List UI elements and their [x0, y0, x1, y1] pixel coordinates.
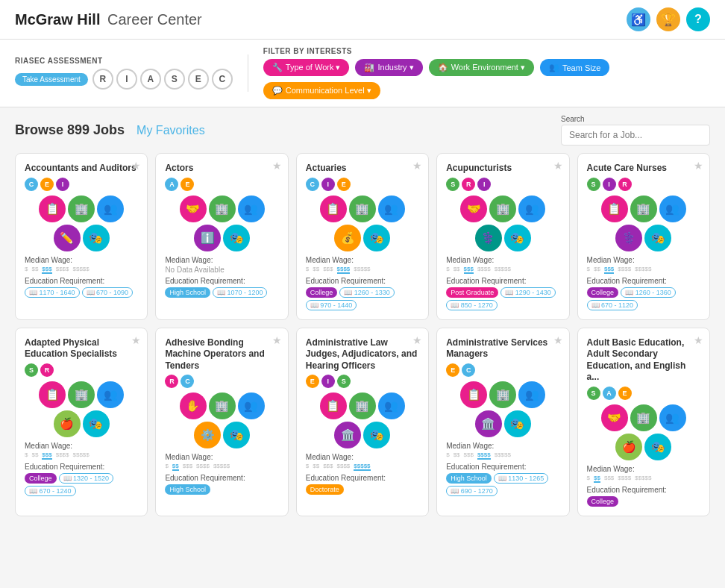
edu-range-1: 📖 1290 - 1430 [500, 287, 556, 298]
wage-label: Median Wage: [446, 442, 559, 450]
browse-title: Browse 899 Jobs [15, 122, 125, 138]
icon-circles: 🤝 🏢 👥 ⚕️ 🎭 [446, 196, 559, 251]
industry-label: Industry ▾ [377, 63, 413, 72]
card-star[interactable]: ★ [272, 334, 282, 346]
wage-5: $$$$$ [354, 266, 370, 272]
wage-5: $$$$$ [73, 451, 90, 458]
help-icon[interactable]: ? [686, 7, 710, 31]
card-star[interactable]: ★ [272, 160, 282, 172]
header: McGraw Hill Career Center ♿ 🏆 ? [0, 0, 725, 40]
riasec-c[interactable]: C [212, 69, 233, 90]
wage-label: Median Wage: [25, 256, 138, 264]
type-of-work-filter[interactable]: 🔧 Type of Work ▾ [263, 59, 350, 76]
card-star[interactable]: ★ [694, 160, 703, 172]
filter-interests-label: FILTER BY INTERESTS [263, 47, 710, 55]
edu-label: Education Requirement: [446, 463, 559, 471]
icon-circles: 🤝 🏢 👥 ℹ️ 🎭 [165, 196, 278, 251]
edu-college: College [587, 287, 619, 298]
edu-college: College [306, 287, 338, 298]
code-c: C [181, 375, 194, 388]
wage-label: Median Wage: [165, 453, 278, 461]
riasec-section: RIASEC ASSESSMENT Take Assessment R I A … [15, 57, 233, 90]
brand-logo: McGraw Hill Career Center [15, 11, 202, 28]
riasec-label: RIASEC ASSESSMENT [15, 57, 233, 65]
wage-4: $$$$ [618, 266, 631, 272]
wage-3: $$$ [464, 451, 474, 458]
wage-2: $$ [313, 266, 319, 272]
my-favorites-link[interactable]: My Favorites [136, 124, 205, 137]
edu-highschool: High School [165, 484, 210, 495]
wage-1: $ [25, 451, 28, 458]
wage-4: $$$$ [196, 463, 210, 469]
riasec-a[interactable]: A [140, 69, 161, 90]
riasec-r[interactable]: R [92, 69, 113, 90]
card-codes: C E I [25, 178, 138, 191]
wage-2: $$ [594, 475, 600, 483]
wage-3: $$$ [323, 266, 333, 272]
edu-range-1: 📖 1130 - 1265 [494, 473, 549, 484]
industry-filter[interactable]: 🏭 Industry ▾ [355, 59, 422, 76]
code-r: R [462, 178, 475, 191]
card-adapted-pe: ★ Adapted Physical Education Specialists… [15, 328, 148, 516]
code-e: E [337, 178, 351, 191]
card-accountants: ★ Accountants and Auditors C E I 📋 🏢 👥 ✏… [15, 153, 148, 320]
card-star[interactable]: ★ [131, 160, 141, 172]
search-label: Search [561, 115, 710, 123]
icon-circles: 📋 🏢 👥 💰 🎭 [306, 196, 419, 251]
filter-interests: FILTER BY INTERESTS 🔧 Type of Work ▾ 🏭 I… [263, 47, 710, 99]
code-i: I [321, 375, 335, 388]
code-s: S [587, 387, 600, 400]
accessibility-icon[interactable]: ♿ [627, 7, 650, 31]
icon-circles: 🤝 🏢 👥 🍎 🎭 [587, 404, 700, 460]
code-i: I [603, 178, 616, 191]
communication-level-filter[interactable]: 💬 Communication Level ▾ [263, 82, 380, 99]
wage-2: $$ [453, 266, 460, 272]
wage-3: $$$ [464, 266, 474, 274]
code-s: S [587, 178, 600, 191]
card-star[interactable]: ★ [131, 334, 141, 346]
card-acute-care-nurses: ★ Acute Care Nurses S I R 📋 🏢 👥 ⚕️ 🎭 Med… [577, 153, 710, 320]
code-e: E [40, 178, 54, 191]
wage-2: $$ [313, 463, 319, 469]
wage-5: $$$$$ [635, 475, 651, 481]
card-admin-services: ★ Administrative Services Managers E C 📋… [436, 328, 569, 516]
card-star[interactable]: ★ [412, 160, 422, 172]
code-a: A [603, 387, 616, 400]
code-a: A [165, 178, 178, 191]
edu-postgrad: Post Graduate [446, 287, 498, 298]
work-environment-filter[interactable]: 🏠 Work Environment ▾ [429, 59, 534, 76]
take-assessment-button[interactable]: Take Assessment [15, 73, 88, 86]
wage-2: $$ [31, 266, 38, 272]
edu-range: 📖 1070 - 1200 [213, 287, 268, 298]
communication-level-label: Communication Level ▾ [286, 86, 371, 96]
riasec-e[interactable]: E [188, 69, 209, 90]
wage-4: $$$$ [477, 266, 491, 272]
card-star[interactable]: ★ [553, 334, 563, 346]
code-c: C [462, 363, 475, 377]
search-input[interactable] [561, 125, 710, 146]
edu-college: College [587, 496, 619, 507]
code-s: S [446, 178, 459, 191]
team-size-filter[interactable]: 👥 Team Size [540, 59, 609, 76]
wage-4: $$$$ [618, 475, 631, 481]
trophy-icon[interactable]: 🏆 [656, 7, 680, 31]
wage-5: $$$$$ [354, 463, 370, 471]
card-star[interactable]: ★ [412, 334, 422, 346]
card-star[interactable]: ★ [553, 160, 563, 172]
team-icon: 👥 [549, 63, 559, 72]
edu-label: Education Requirement: [446, 277, 559, 285]
riasec-i[interactable]: I [116, 69, 137, 90]
environment-icon: 🏠 [438, 63, 448, 72]
icon-circles: 📋 🏢 👥 🏛️ 🎭 [306, 392, 419, 448]
wage-5: $$$$$ [213, 463, 230, 469]
riasec-s[interactable]: S [164, 69, 185, 90]
code-r: R [618, 178, 632, 191]
card-title: Acute Care Nurses [587, 163, 700, 175]
card-admin-law-judges: ★ Administrative Law Judges, Adjudicator… [296, 328, 429, 516]
icon-circles: 📋 🏢 👥 ✏️ 🎭 [25, 196, 138, 251]
edu-label: Education Requirement: [165, 474, 278, 482]
card-actors: ★ Actors A E 🤝 🏢 👥 ℹ️ 🎭 Median Wage: No … [155, 153, 288, 320]
code-r: R [40, 363, 54, 377]
code-e: E [446, 363, 459, 377]
card-star[interactable]: ★ [694, 334, 703, 346]
